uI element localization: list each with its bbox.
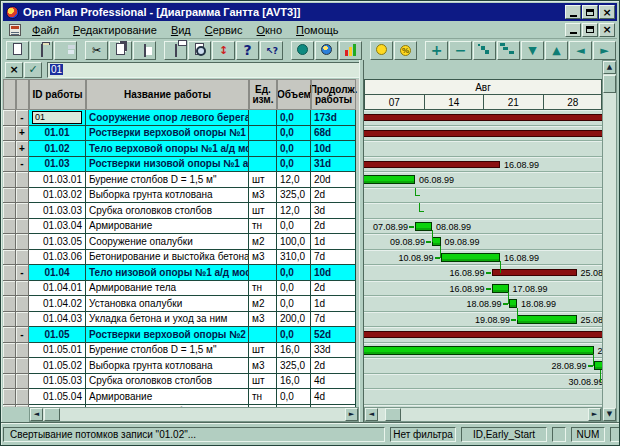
gantt-bar-task[interactable]: [441, 253, 501, 262]
paste-clipboard-button[interactable]: [133, 41, 156, 60]
expand-toggle[interactable]: +: [16, 126, 29, 142]
gantt-row[interactable]: [364, 141, 602, 157]
document-icon[interactable]: [9, 24, 21, 36]
gantt-row[interactable]: [364, 188, 602, 204]
scroll-right-button[interactable]: ►: [588, 408, 601, 421]
gantt-row[interactable]: [364, 203, 602, 219]
row-selector-cell[interactable]: [3, 327, 16, 343]
expand-toggle[interactable]: [16, 172, 29, 188]
table-row[interactable]: 01.03.02Выборка грунта котлованам3325,02…: [3, 188, 359, 204]
outline-boxes-button[interactable]: [497, 41, 520, 60]
print-printer-button[interactable]: [164, 41, 187, 60]
expand-toggle[interactable]: [16, 234, 29, 250]
table-row[interactable]: 01.04.01Армирование телатн0,02d: [3, 281, 359, 297]
table-row[interactable]: 01.05.04Армированиетн0,04d: [3, 389, 359, 405]
expand-toggle[interactable]: [16, 343, 29, 359]
table-row[interactable]: -01.03Ростверки низовой опоры №1 а/д м0,…: [3, 157, 359, 173]
table-row[interactable]: 01.03.03Срубка оголовков столбовшт12,03d: [3, 203, 359, 219]
open-folder-button[interactable]: [30, 41, 53, 60]
column-header-0[interactable]: ID работы: [29, 79, 86, 110]
expand-toggle[interactable]: [16, 203, 29, 219]
row-selector-cell[interactable]: [3, 312, 16, 328]
scrollbar-thumb[interactable]: [385, 408, 401, 421]
expand-toggle[interactable]: [16, 312, 29, 328]
row-selector-cell[interactable]: [3, 234, 16, 250]
teal-circle-button[interactable]: [291, 41, 314, 60]
expand-toggle[interactable]: [16, 389, 29, 405]
row-selector-cell[interactable]: [3, 358, 16, 374]
table-row[interactable]: -01.04Тело низовой опоры №1 а/д моста0,0…: [3, 265, 359, 281]
help-question-button[interactable]: ?: [236, 41, 259, 60]
restore-button[interactable]: [582, 5, 598, 19]
column-header-1[interactable]: Название работы: [86, 79, 249, 110]
expand-toggle[interactable]: [16, 296, 29, 312]
new-document-button[interactable]: [6, 41, 29, 60]
mdi-minimize-button[interactable]: [565, 23, 581, 37]
close-button[interactable]: ×: [599, 5, 615, 19]
copy-pages-button[interactable]: [109, 41, 132, 60]
gantt-bar-summary[interactable]: [364, 130, 602, 137]
row-selector-cell[interactable]: [3, 126, 16, 142]
scrollbar-thumb[interactable]: [44, 408, 60, 421]
expand-toggle[interactable]: [16, 405, 29, 408]
coin-button[interactable]: [370, 41, 393, 60]
arrow-left-button[interactable]: ◄: [569, 41, 592, 60]
expand-toggle[interactable]: -: [16, 157, 29, 173]
gantt-bar-summary[interactable]: [364, 114, 602, 121]
table-row[interactable]: 01.04.03Укладка бетона и уход за нимм320…: [3, 312, 359, 328]
table-row[interactable]: 01.03.01Бурение столбов D = 1,5 м"шт12,0…: [3, 172, 359, 188]
menu-item-окно[interactable]: Окно: [249, 22, 289, 38]
table-row[interactable]: -01Сооружение опор левого берега0,0173d: [3, 110, 359, 126]
expand-toggle[interactable]: [16, 281, 29, 297]
cut-scissors-button[interactable]: ✂: [85, 41, 108, 60]
row-selector-cell[interactable]: [3, 374, 16, 390]
cell-edit-input[interactable]: 01: [47, 62, 361, 78]
column-header-4[interactable]: Продолж. работы: [311, 79, 356, 110]
menu-item-помощь[interactable]: Помощь: [289, 22, 346, 38]
expand-toggle[interactable]: [16, 374, 29, 390]
scroll-right-button[interactable]: ►: [345, 408, 358, 421]
table-row[interactable]: 01.04.02Установка опалубким20,01d: [3, 296, 359, 312]
timescale-week-cell[interactable]: 21: [484, 95, 544, 110]
expand-toggle[interactable]: -: [16, 327, 29, 343]
gantt-bar-summary[interactable]: [492, 269, 577, 276]
gantt-row[interactable]: [364, 374, 602, 390]
menu-item-редактирование[interactable]: Редактирование: [66, 22, 164, 38]
print-preview-button[interactable]: [188, 41, 211, 60]
minimize-button[interactable]: [565, 5, 581, 19]
context-help-button[interactable]: ↖?: [260, 41, 283, 60]
gantt-bar-task[interactable]: [492, 284, 509, 293]
row-selector-cell[interactable]: [3, 157, 16, 173]
row-selector-cell[interactable]: [3, 188, 16, 204]
globe-button[interactable]: [315, 41, 338, 60]
table-row[interactable]: 01.03.06Бетонирование и выстойка бетонам…: [3, 250, 359, 266]
percent-coin-button[interactable]: %: [394, 41, 417, 60]
row-selector-cell[interactable]: [3, 203, 16, 219]
expand-toggle[interactable]: +: [16, 141, 29, 157]
chart-horizontal-scrollbar[interactable]: ◄ ►: [364, 407, 602, 422]
row-selector-cell[interactable]: [3, 141, 16, 157]
column-header-3[interactable]: Объем: [277, 79, 311, 110]
scroll-up-button[interactable]: ▲: [603, 61, 616, 74]
table-row[interactable]: -01.05Ростверки верховой опоры №2 а/д0,0…: [3, 327, 359, 343]
gantt-row[interactable]: [364, 389, 602, 405]
menu-item-сервис[interactable]: Сервис: [198, 22, 250, 38]
link-activities-button[interactable]: [473, 41, 496, 60]
table-row[interactable]: 01.05.01Бурение столбов D = 1,5 м"шт16,0…: [3, 343, 359, 359]
gantt-bar-task[interactable]: [517, 315, 577, 324]
mdi-close-button[interactable]: ×: [599, 23, 615, 37]
table-row[interactable]: +01.02Тело верховой опоры №1 а/д моста0,…: [3, 141, 359, 157]
add-activity-button[interactable]: +: [425, 41, 448, 60]
menu-item-файл[interactable]: Файл: [25, 22, 66, 38]
scroll-down-button[interactable]: ▼: [603, 408, 616, 421]
gantt-bar-task[interactable]: [594, 361, 603, 370]
scrollbar-thumb[interactable]: [603, 75, 616, 93]
arrow-right-button[interactable]: ►: [593, 41, 616, 60]
row-selector-cell[interactable]: [3, 389, 16, 405]
row-selector-cell[interactable]: [3, 343, 16, 359]
table-row[interactable]: 01.03.04Армированиетн0,02d: [3, 219, 359, 235]
gantt-bar-summary[interactable]: [364, 331, 602, 338]
gantt-bar-summary[interactable]: [364, 161, 500, 168]
save-floppy-button[interactable]: [54, 41, 77, 60]
arrow-down-button[interactable]: ▼: [521, 41, 544, 60]
